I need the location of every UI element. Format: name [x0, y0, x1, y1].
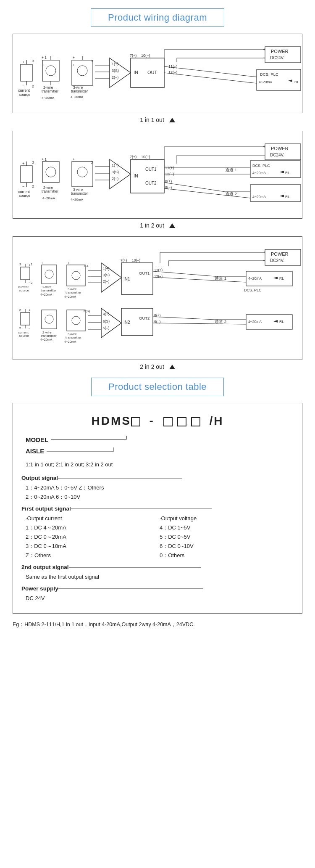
svg-text:transmitter: transmitter	[66, 336, 81, 339]
svg-text:1(+): 1(+)	[112, 163, 118, 167]
svg-text:OUT1: OUT1	[145, 167, 157, 172]
svg-text:+ 1: + 1	[42, 157, 47, 161]
svg-text:7(+): 7(+)	[121, 258, 127, 262]
svg-point-144	[72, 271, 80, 280]
svg-text:+: +	[22, 60, 24, 64]
svg-text:2: 2	[32, 84, 34, 88]
svg-text:3: 3	[32, 59, 34, 63]
svg-point-10	[46, 66, 56, 76]
svg-text:OUT2: OUT2	[139, 316, 150, 320]
svg-text:source: source	[19, 334, 29, 338]
svg-text:+ 1: + 1	[42, 56, 47, 60]
triangle-icon-3	[169, 365, 175, 369]
svg-text:+: +	[29, 308, 31, 312]
svg-rect-72	[72, 161, 93, 187]
diagram-box-3: POWER DC24V. + − current source + − 1 2 …	[13, 236, 302, 360]
svg-text:4~20mA: 4~20mA	[64, 340, 76, 344]
svg-text:transmitter: transmitter	[71, 191, 88, 196]
svg-text:DC24V.: DC24V.	[270, 153, 284, 157]
svg-text:IN2: IN2	[123, 320, 130, 325]
svg-text:4~20mA: 4~20mA	[64, 295, 76, 299]
svg-text:3: 3	[91, 59, 93, 63]
svg-text:RL: RL	[285, 171, 290, 175]
svg-text:POWER: POWER	[271, 146, 289, 151]
svg-rect-170	[42, 310, 57, 329]
svg-text:3: 3	[19, 262, 21, 266]
svg-line-210	[153, 323, 246, 324]
svg-text:4(+): 4(+)	[103, 312, 110, 316]
svg-text:+: +	[41, 261, 43, 265]
svg-point-171	[45, 315, 53, 323]
svg-rect-98	[250, 161, 301, 177]
svg-text:6(S): 6(S)	[84, 309, 90, 313]
svg-text:6: 6	[19, 308, 21, 312]
svg-text:1(+): 1(+)	[112, 62, 118, 66]
svg-rect-175	[67, 310, 85, 331]
svg-point-138	[45, 270, 53, 278]
svg-marker-194	[273, 277, 278, 279]
selection-title-box: Product selection table	[13, 378, 302, 396]
svg-line-53	[164, 73, 257, 83]
power-supply-section: Power supply DC 24V	[21, 584, 294, 603]
second-output-desc: Same as the first output signal	[21, 572, 294, 582]
svg-text:通道 1: 通道 1	[225, 167, 237, 172]
power-supply-title: Power supply	[21, 584, 58, 594]
first-output-right: ·Output voltage 4：DC 1~5V 5：DC 0~5V 6：DC…	[160, 514, 294, 560]
first-output-left: ·Output current 1：DC 4～20mA 2：DC 0～20mA …	[26, 514, 160, 560]
triangle-icon-2	[169, 223, 175, 228]
svg-marker-44	[288, 79, 292, 82]
svg-line-52	[164, 66, 257, 77]
svg-text:RL: RL	[285, 195, 290, 199]
svg-text:4~20mA: 4~20mA	[248, 276, 262, 281]
svg-text:7(+): 7(+)	[130, 53, 136, 58]
svg-text:transmitter: transmitter	[41, 288, 57, 292]
svg-rect-127	[21, 267, 30, 280]
svg-text:transmitter: transmitter	[42, 89, 58, 93]
svg-text:transmitter: transmitter	[42, 189, 58, 193]
selection-table-box: HDMS - /H MODEL AISLE	[13, 403, 302, 614]
svg-text:IN: IN	[134, 70, 138, 75]
svg-text:DCS. PLC: DCS. PLC	[244, 288, 262, 292]
svg-text:4~20mA: 4~20mA	[42, 196, 55, 200]
svg-text:4~20mA: 4~20mA	[40, 293, 52, 296]
svg-text:4~20mA: 4~20mA	[71, 198, 84, 201]
footer-note: Eg：HDMS 2-111/H,1 in 1 out，Input 4-20mA,…	[13, 619, 302, 628]
svg-line-207	[153, 277, 246, 282]
diagram-box-1: current source + − 3 2 2-wire transmitte…	[13, 34, 302, 113]
second-output-line	[69, 563, 203, 569]
diagram-box-2: current source + − 3 2 2-wire transmitte…	[13, 131, 302, 219]
svg-text:DCS. PLC: DCS. PLC	[252, 164, 270, 168]
svg-text:POWER: POWER	[271, 49, 289, 54]
svg-rect-18	[72, 60, 93, 85]
svg-text:RL: RL	[294, 80, 299, 84]
svg-text:IN: IN	[134, 173, 138, 178]
first-output-section: First output signal ·Output current 1：DC…	[21, 504, 294, 560]
svg-text:+: +	[73, 56, 75, 60]
svg-text:POWER: POWER	[271, 251, 289, 257]
svg-text:10(−): 10(−)	[141, 53, 150, 58]
svg-text:6(S): 6(S)	[103, 319, 110, 323]
svg-text:OUT: OUT	[147, 70, 158, 75]
model-label: MODEL	[26, 434, 48, 445]
svg-rect-66	[42, 161, 59, 183]
power-supply-desc: DC 24V	[21, 594, 294, 603]
svg-text:DC24V.: DC24V.	[270, 56, 284, 60]
svg-rect-9	[42, 60, 59, 81]
svg-text:4~20mA: 4~20mA	[259, 80, 272, 84]
svg-text:RL: RL	[279, 276, 284, 281]
svg-text:5: 5	[19, 326, 21, 330]
svg-text:通道 2: 通道 2	[215, 319, 226, 324]
wiring-title: Product wiring diagram	[91, 8, 224, 27]
triangle-icon-1	[169, 118, 175, 122]
output-signal-section: Output signal 1：4~20mA 5：0~5V Z：Others 2…	[21, 474, 294, 502]
svg-text:通道 1: 通道 1	[215, 276, 226, 281]
svg-text:OUT2: OUT2	[145, 181, 157, 185]
caption-1: 1 in 1 out	[13, 116, 302, 123]
svg-text:1(+): 1(+)	[103, 267, 110, 271]
svg-text:−: −	[29, 326, 31, 330]
svg-text:transmitter: transmitter	[66, 291, 81, 294]
svg-line-116	[164, 183, 225, 192]
svg-text:2: 2	[31, 281, 33, 285]
svg-point-67	[46, 167, 56, 177]
wiring-diagram-3: POWER DC24V. + − current source + − 1 2 …	[17, 242, 303, 355]
